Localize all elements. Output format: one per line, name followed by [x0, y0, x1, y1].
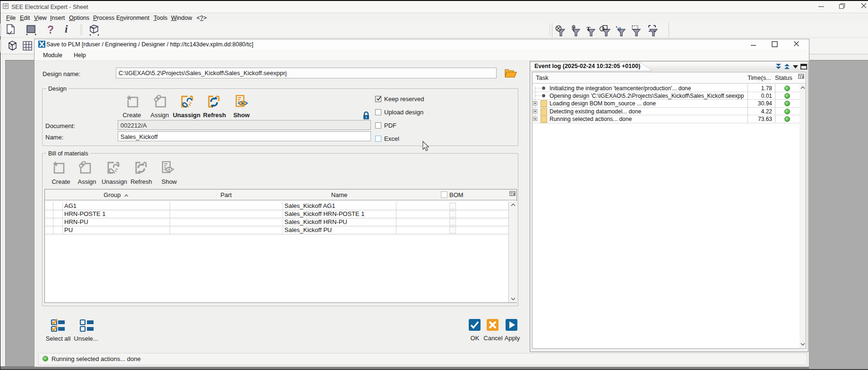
svg-text:T: T	[586, 25, 591, 32]
svg-text:a: a	[618, 25, 621, 32]
